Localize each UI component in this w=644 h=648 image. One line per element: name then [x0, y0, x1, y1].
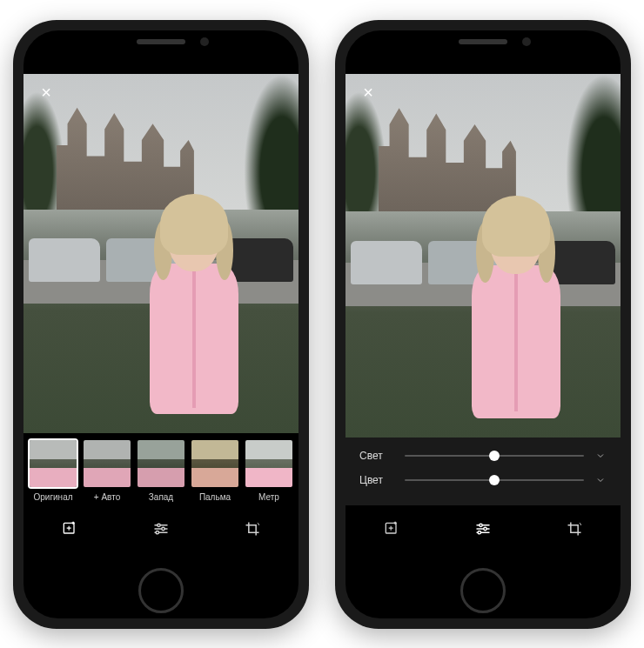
svg-point-6 — [156, 531, 158, 533]
svg-point-9 — [480, 524, 482, 526]
chevron-down-icon[interactable] — [594, 451, 607, 461]
filter-palm[interactable]: Пальма — [191, 440, 239, 502]
filter-west[interactable]: Запад — [137, 440, 185, 502]
svg-point-4 — [162, 527, 164, 530]
slider-track[interactable] — [405, 479, 584, 481]
filter-auto[interactable]: + Авто — [83, 440, 131, 502]
sliders-icon[interactable] — [151, 519, 171, 538]
sparkle-plus-icon[interactable] — [382, 519, 401, 538]
svg-point-2 — [158, 524, 160, 526]
photo-canvas[interactable] — [345, 74, 621, 438]
home-button[interactable] — [460, 568, 506, 613]
slider-thumb[interactable] — [489, 451, 500, 461]
slider-color[interactable]: Цвет — [359, 474, 607, 486]
svg-point-11 — [484, 527, 486, 530]
filter-label: Запад — [149, 492, 173, 502]
filter-label: Оригинал — [33, 492, 72, 502]
phone-camera — [522, 37, 531, 46]
phone-screen-frame: × — [23, 30, 299, 618]
bottom-toolbar — [345, 505, 621, 549]
filter-label: + Авто — [94, 492, 120, 502]
phone-screen-frame: × — [345, 30, 621, 618]
slider-label: Свет — [359, 450, 394, 462]
slider-label: Цвет — [359, 474, 394, 486]
phone-right: × — [335, 20, 631, 629]
slider-light[interactable]: Свет — [359, 450, 607, 462]
phone-left: × — [13, 20, 309, 629]
edited-photo — [345, 74, 621, 438]
filter-label: Пальма — [199, 492, 231, 502]
adjust-panel: Свет Цвет — [345, 438, 621, 505]
close-button[interactable]: × — [358, 83, 379, 104]
filter-strip[interactable]: Оригинал + Авто Запад Пальма Метр — [23, 433, 299, 505]
sliders-icon[interactable] — [473, 519, 493, 538]
filter-original[interactable]: Оригинал — [29, 440, 77, 502]
filter-label: Метр — [258, 492, 279, 502]
slider-track[interactable] — [405, 455, 584, 457]
phone-speaker — [137, 39, 185, 44]
bottom-toolbar — [23, 505, 299, 549]
svg-point-13 — [478, 531, 480, 533]
close-icon: × — [41, 83, 51, 103]
phone-camera — [200, 37, 209, 46]
filter-metro[interactable]: Метр — [245, 440, 293, 502]
editor-screen: × — [23, 74, 299, 549]
phone-speaker — [459, 39, 507, 44]
photo-canvas[interactable] — [23, 74, 299, 433]
sparkle-plus-icon[interactable] — [60, 519, 79, 538]
chevron-down-icon[interactable] — [594, 475, 607, 485]
crop-rotate-icon[interactable] — [243, 519, 262, 538]
close-icon: × — [363, 83, 373, 103]
edited-photo — [23, 74, 299, 433]
close-button[interactable]: × — [36, 83, 57, 104]
home-button[interactable] — [138, 568, 184, 613]
slider-thumb[interactable] — [489, 475, 500, 485]
editor-screen: × — [345, 74, 621, 549]
crop-rotate-icon[interactable] — [565, 519, 584, 538]
